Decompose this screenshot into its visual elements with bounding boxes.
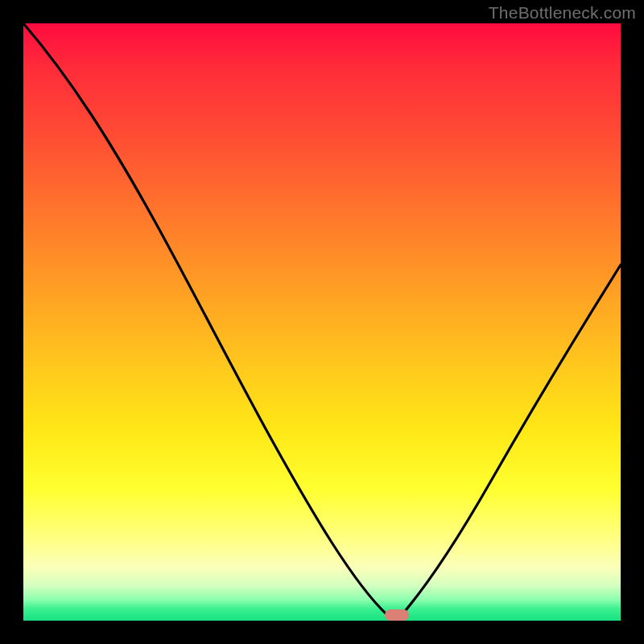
curve-path: [23, 23, 621, 615]
optimum-marker: [385, 609, 409, 621]
watermark-text: TheBottleneck.com: [489, 3, 636, 23]
chart-frame: TheBottleneck.com: [0, 0, 644, 644]
plot-area: [23, 23, 621, 621]
bottleneck-curve: [23, 23, 621, 621]
